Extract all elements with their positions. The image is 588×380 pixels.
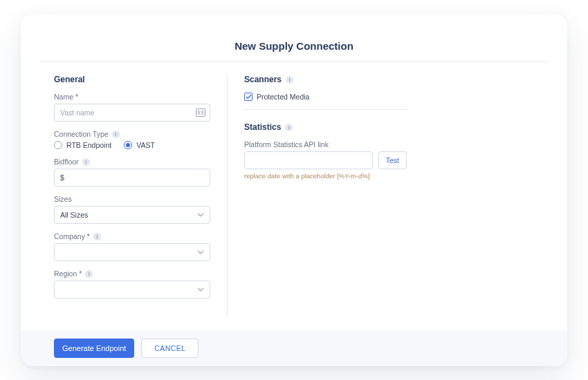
api-link-field: Platform Statistics API link Test replac… <box>244 140 407 180</box>
cancel-button[interactable]: CANCEL <box>141 339 199 358</box>
company-field: Company * i <box>54 232 210 261</box>
scanners-section-title: Scanners i <box>244 75 407 84</box>
sizes-label: Sizes <box>54 195 210 203</box>
generate-endpoint-button[interactable]: Generate Endpoint <box>54 339 134 358</box>
title-divider <box>40 61 548 62</box>
radio-rtb-label: RTB Endpoint <box>66 141 111 149</box>
protected-media-checkbox[interactable]: Protected Media <box>244 93 407 101</box>
bidfloor-input[interactable]: $ <box>54 169 210 187</box>
footer-bar: Generate Endpoint CANCEL <box>21 330 567 366</box>
protected-media-label: Protected Media <box>257 93 309 101</box>
connection-type-field: Connection Type i RTB Endpoint VAST <box>54 130 210 149</box>
svg-point-1 <box>198 111 200 113</box>
check-icon <box>244 93 252 101</box>
form-columns: General Name * Vast name <box>54 75 534 316</box>
page-title: New Supply Connection <box>54 40 534 52</box>
modal-card: New Supply Connection General Name * Vas… <box>21 14 567 366</box>
info-icon[interactable]: i <box>285 124 293 131</box>
chevron-down-icon <box>197 213 204 217</box>
sizes-select[interactable]: All Sizes <box>54 206 210 224</box>
sizes-field: Sizes All Sizes <box>54 195 210 224</box>
sizes-value: All Sizes <box>60 211 88 219</box>
right-column: Scanners i Protected Media Statistics i … <box>227 75 407 316</box>
region-label: Region * i <box>54 269 210 278</box>
general-section: General Name * Vast name <box>54 75 227 316</box>
api-link-label: Platform Statistics API link <box>244 140 407 149</box>
api-link-hint: replace date with a placeholder [%Y-m-d%… <box>244 172 407 180</box>
scanners-title-text: Scanners <box>244 75 282 84</box>
info-icon[interactable]: i <box>85 270 93 278</box>
right-divider <box>244 109 407 110</box>
bidfloor-field: Bidfloor i $ <box>54 158 210 187</box>
info-icon[interactable]: i <box>93 233 101 240</box>
company-select[interactable] <box>54 243 210 261</box>
region-label-text: Region * <box>54 269 82 278</box>
name-label: Name * <box>54 93 210 101</box>
radio-vast[interactable]: VAST <box>124 141 155 149</box>
company-label: Company * i <box>54 232 210 240</box>
general-section-title: General <box>54 75 210 84</box>
chevron-down-icon <box>197 287 204 292</box>
statistics-title-text: Statistics <box>244 122 281 132</box>
contact-card-icon <box>196 108 205 117</box>
test-button[interactable]: Test <box>378 151 407 169</box>
radio-rtb-endpoint[interactable]: RTB Endpoint <box>54 141 111 149</box>
name-placeholder: Vast name <box>60 108 94 117</box>
info-icon[interactable]: i <box>82 158 90 166</box>
svg-rect-0 <box>196 109 205 117</box>
bidfloor-label: Bidfloor i <box>54 158 210 166</box>
region-field: Region * i <box>54 269 210 298</box>
info-icon[interactable]: i <box>112 131 120 138</box>
name-input[interactable]: Vast name <box>54 104 210 122</box>
statistics-section-title: Statistics i <box>244 122 407 132</box>
name-field: Name * Vast name <box>54 93 210 122</box>
info-icon[interactable]: i <box>286 76 293 84</box>
bidfloor-value: $ <box>60 173 64 182</box>
radio-vast-label: VAST <box>136 141 155 149</box>
bidfloor-label-text: Bidfloor <box>54 158 79 166</box>
connection-type-label: Connection Type i <box>54 130 210 138</box>
chevron-down-icon <box>197 250 204 254</box>
connection-type-label-text: Connection Type <box>54 130 109 138</box>
api-link-input[interactable] <box>244 151 373 169</box>
company-label-text: Company * <box>54 232 90 240</box>
region-select[interactable] <box>54 281 210 298</box>
